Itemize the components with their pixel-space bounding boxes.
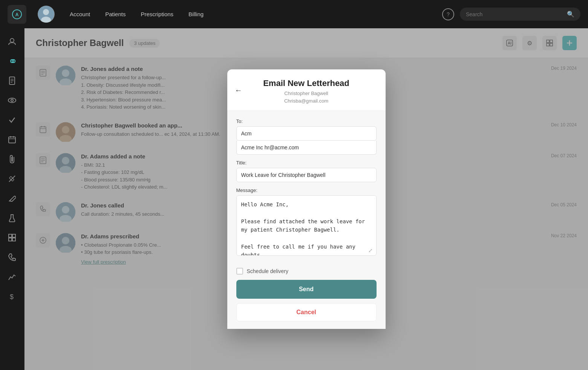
sidebar-icon-document[interactable] <box>5 73 20 88</box>
svg-point-10 <box>8 98 16 103</box>
sidebar-icon-eye[interactable] <box>5 93 20 108</box>
sidebar-icon-calendar[interactable] <box>5 132 20 147</box>
svg-point-3 <box>43 9 49 15</box>
svg-rect-20 <box>9 234 12 237</box>
expand-icon[interactable]: ⤢ <box>368 247 373 253</box>
schedule-checkbox[interactable] <box>236 268 243 275</box>
svg-point-5 <box>10 38 14 42</box>
to-field-group: To: Acme Inc hr@acme.com <box>236 118 377 155</box>
svg-rect-23 <box>12 238 15 241</box>
svg-text:A: A <box>15 12 19 17</box>
message-textarea[interactable]: Hello Acme Inc, Please find attached the… <box>236 195 377 256</box>
message-label: Message: <box>236 187 377 193</box>
user-avatar[interactable] <box>38 6 55 23</box>
app-logo[interactable]: A <box>8 5 26 24</box>
search-input[interactable] <box>466 11 563 17</box>
title-field-group: Title: <box>236 160 377 182</box>
sidebar-icon-flask[interactable] <box>5 210 20 226</box>
sidebar-icon-infinity[interactable] <box>5 54 20 69</box>
to-input-wrapper: Acme Inc hr@acme.com <box>236 126 377 155</box>
sidebar-icon-grid[interactable] <box>5 230 20 245</box>
to-input[interactable] <box>236 126 377 141</box>
modal-title: Email New Letterhead <box>236 78 377 88</box>
send-button[interactable]: Send <box>236 280 377 299</box>
schedule-delivery-row: Schedule delivery <box>236 263 377 280</box>
email-letterhead-modal: ← Email New Letterhead Christopher Bagwe… <box>227 69 386 329</box>
sidebar-icon-analytics[interactable] <box>5 269 20 284</box>
cancel-button[interactable]: Cancel <box>236 303 377 321</box>
sidebar-icon-syringe[interactable] <box>5 171 20 186</box>
sidebar-icon-avatar[interactable] <box>5 34 20 49</box>
nav-right: ? 🔍 <box>442 8 580 21</box>
sidebar-icon-checkmark[interactable] <box>5 112 20 127</box>
title-input[interactable] <box>236 168 377 182</box>
main-layout: $ Christopher Bagwell 3 updates AI ⚙ <box>0 28 588 370</box>
schedule-label: Schedule delivery <box>247 268 289 274</box>
modal-patient-info: Christopher Bagwell Chrisba@gmail.com <box>236 90 377 104</box>
nav-billing[interactable]: Billing <box>188 11 204 17</box>
sidebar-icon-phone[interactable] <box>5 250 20 265</box>
svg-text:$: $ <box>10 293 14 301</box>
sidebar-icon-pencil[interactable] <box>5 191 20 206</box>
sidebar-icon-dollar[interactable]: $ <box>5 289 20 304</box>
modal-back-button[interactable]: ← <box>235 86 242 94</box>
nav-links: Account Patients Prescriptions Billing <box>70 11 431 17</box>
message-field-group: Message: Hello Acme Inc, Please find att… <box>236 187 377 257</box>
nav-account[interactable]: Account <box>70 11 90 17</box>
search-icon: 🔍 <box>567 11 574 18</box>
search-bar: 🔍 <box>460 8 580 21</box>
title-label: Title: <box>236 160 377 166</box>
left-sidebar: $ <box>0 28 24 370</box>
svg-rect-22 <box>9 238 12 241</box>
modal-header: ← Email New Letterhead Christopher Bagwe… <box>227 69 386 111</box>
top-nav: A Account Patients Prescriptions Billing… <box>0 0 588 28</box>
content-area: Christopher Bagwell 3 updates AI ⚙ <box>24 28 588 370</box>
sidebar-icon-paperclip[interactable] <box>5 152 20 167</box>
svg-rect-12 <box>9 137 15 143</box>
svg-rect-21 <box>12 234 15 237</box>
help-button[interactable]: ? <box>442 8 454 20</box>
svg-point-11 <box>11 99 13 101</box>
nav-prescriptions[interactable]: Prescriptions <box>141 11 173 17</box>
message-area: Hello Acme Inc, Please find attached the… <box>236 195 377 257</box>
nav-patients[interactable]: Patients <box>105 11 126 17</box>
modal-body: To: Acme Inc hr@acme.com Title: Message:… <box>227 111 386 329</box>
to-dropdown-option[interactable]: Acme Inc hr@acme.com <box>236 141 377 155</box>
to-label: To: <box>236 118 377 124</box>
